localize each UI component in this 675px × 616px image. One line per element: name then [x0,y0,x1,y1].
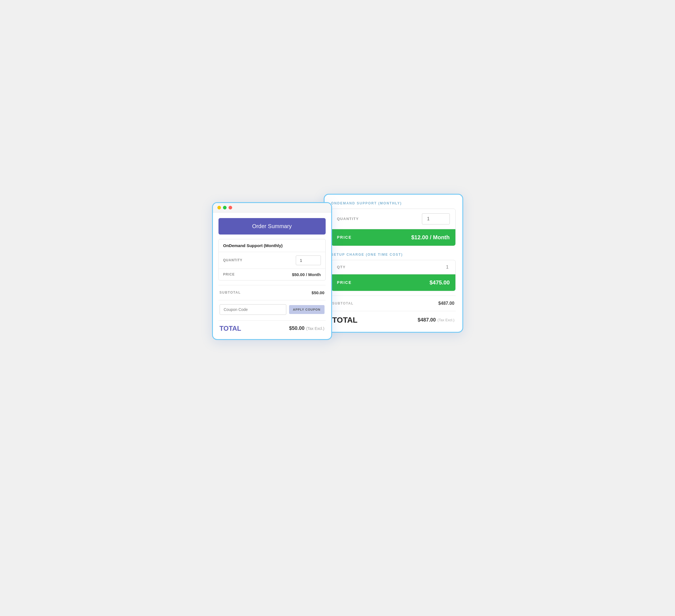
quantity-input[interactable] [296,255,321,265]
right-subtotal-label: SUBTOTAL [332,301,438,305]
section1-quantity-row: QUANTITY [331,209,455,229]
section1-price-value: $12.00 / Month [411,234,450,241]
divider-2 [219,300,326,300]
right-total-label: TOTAL [332,316,418,325]
right-divider-2 [331,311,456,311]
divider-1 [219,285,326,285]
section2-qty-row: QTY 1 [331,260,455,274]
section2-price-row: PRICE $475.00 [331,274,455,291]
coupon-row: APPLY COUPON [219,301,326,319]
quantity-row: QUANTITY [219,252,325,269]
total-label: TOTAL [220,325,289,332]
section2-panel: QTY 1 PRICE $475.00 [331,260,456,291]
product-card: OnDemand Support (Monthly) QUANTITY PRIC… [219,239,326,280]
dot-red-icon[interactable] [229,206,232,209]
section2-price-value: $475.00 [430,279,450,286]
total-value: $50.00 [289,326,304,331]
section2-title: SETUP CHARGE (one time cost) [331,253,456,257]
total-row: TOTAL $50.00 (Tax Excl.) [219,322,326,334]
right-divider-1 [331,295,456,296]
right-total-row: TOTAL $487.00 (Tax Excl.) [331,312,456,325]
right-total-value: $487.00 [418,317,436,323]
section1-quantity-label: QUANTITY [337,217,422,221]
price-row: PRICE $50.00 / Month [219,269,325,280]
price-value: $50.00 / Month [292,272,321,277]
section1-quantity-input[interactable] [422,213,450,225]
subtotal-label: SUBTOTAL [220,290,312,294]
right-card: ONDEMAND SUPPORT (MONTHLY) QUANTITY PRIC… [324,194,463,333]
browser-titlebar [213,203,331,212]
product-name: OnDemand Support (Monthly) [219,239,325,252]
apply-coupon-button[interactable]: APPLY COUPON [289,305,324,314]
coupon-input[interactable] [220,304,286,315]
quantity-label: QUANTITY [223,258,296,262]
dot-green-icon[interactable] [223,206,227,209]
section2-price-label: PRICE [337,280,430,285]
right-total-tax: (Tax Excl.) [438,318,455,322]
dot-yellow-icon[interactable] [217,206,221,209]
subtotal-row: SUBTOTAL $50.00 [219,286,326,299]
browser-body: Order Summary OnDemand Support (Monthly)… [213,212,331,339]
browser-window: Order Summary OnDemand Support (Monthly)… [212,202,332,340]
order-summary-header: Order Summary [219,218,326,235]
section1-price-row: PRICE $12.00 / Month [331,229,455,246]
section2-qty-label: QTY [337,265,446,269]
subtotal-value: $50.00 [312,290,324,295]
section2-qty-value: 1 [446,265,450,270]
total-tax: (Tax Excl.) [306,326,324,331]
price-label: PRICE [223,272,292,276]
section2-gap: SETUP CHARGE (one time cost) QTY 1 PRICE… [331,253,456,325]
section1-price-label: PRICE [337,235,411,240]
right-subtotal-row: SUBTOTAL $487.00 [331,297,456,310]
section1-panel: QUANTITY PRICE $12.00 / Month [331,208,456,246]
right-subtotal-value: $487.00 [438,301,455,306]
section1-title: ONDEMAND SUPPORT (MONTHLY) [331,201,456,205]
